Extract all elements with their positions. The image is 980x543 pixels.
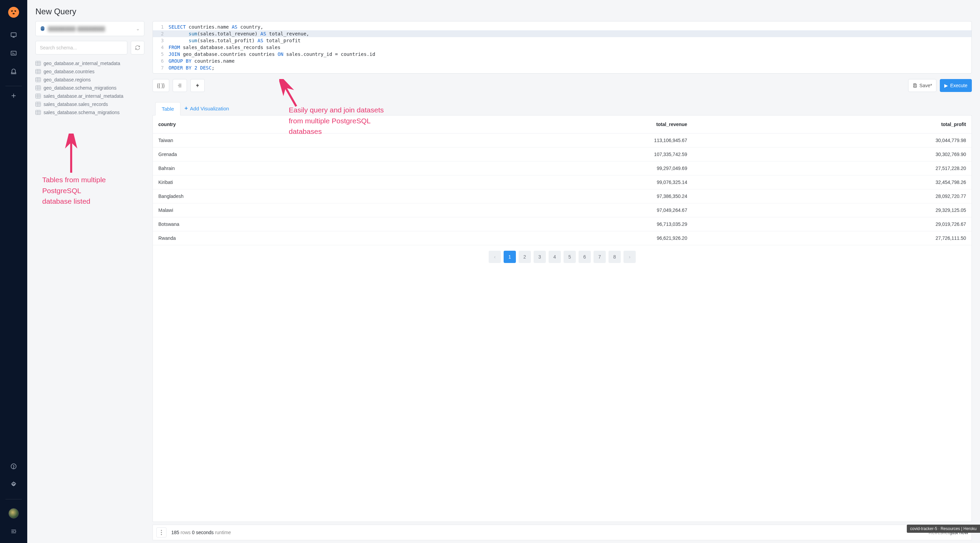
page-button[interactable]: 4 — [549, 251, 561, 263]
table-row[interactable]: Bahrain99,297,049.6927,517,228.20 — [153, 161, 972, 175]
svg-rect-37 — [36, 86, 41, 90]
queries-icon[interactable] — [7, 46, 21, 60]
page-button[interactable]: 6 — [579, 251, 591, 263]
code-line: 5JOIN geo_database.countries countries O… — [153, 51, 972, 57]
page-button[interactable]: 8 — [608, 251, 621, 263]
schema-table-item[interactable]: sales_database.schema_migrations — [35, 108, 145, 116]
cell: Taiwan — [153, 134, 396, 148]
cell: 30,302,769.90 — [693, 148, 972, 161]
save-button[interactable]: Save* — [908, 79, 936, 92]
code-line: 1SELECT countries.name AS country, — [153, 24, 972, 30]
table-row[interactable]: Grenada107,335,742.5930,302,769.90 — [153, 148, 972, 161]
add-visualization-button[interactable]: + Add Visualization — [180, 102, 233, 115]
cell: 32,454,798.26 — [693, 175, 972, 189]
table-row[interactable]: Malawi97,049,264.6729,329,125.05 — [153, 203, 972, 217]
pagination: ‹12345678› — [153, 245, 972, 268]
execute-button[interactable]: ▶ Execute — [940, 79, 972, 92]
settings-gear-icon[interactable] — [7, 478, 21, 492]
datasource-name: ████████ ████████ — [48, 26, 105, 31]
svg-rect-42 — [36, 94, 41, 99]
schema-table-item[interactable]: geo_database.ar_internal_metadata — [35, 59, 145, 67]
svg-rect-52 — [36, 110, 41, 115]
column-header[interactable]: country — [153, 115, 396, 134]
schema-table-list: geo_database.ar_internal_metadatageo_dat… — [35, 59, 145, 116]
page-button[interactable]: 5 — [563, 251, 576, 263]
page-button[interactable]: 7 — [593, 251, 606, 263]
svg-point-0 — [8, 7, 19, 18]
svg-point-5 — [14, 8, 18, 11]
cell: Rwanda — [153, 231, 396, 245]
lightning-icon — [195, 83, 200, 88]
cell: 113,106,945.67 — [396, 134, 693, 148]
schema-table-item[interactable]: geo_database.regions — [35, 76, 145, 84]
page-next-button[interactable]: › — [624, 251, 636, 263]
page-button[interactable]: 2 — [519, 251, 531, 263]
page-button[interactable]: 1 — [504, 251, 516, 263]
result-tabs: Table + Add Visualization — [153, 102, 972, 115]
sql-editor[interactable]: 1SELECT countries.name AS country,2 sum(… — [153, 21, 972, 73]
svg-rect-47 — [36, 102, 41, 107]
code-line: 3 sum(sales.total_profit) AS total_profi… — [153, 37, 972, 44]
cell: Botswana — [153, 217, 396, 231]
table-row[interactable]: Kiribati99,076,325.1432,454,798.26 — [153, 175, 972, 189]
cell: 97,049,264.67 — [396, 203, 693, 217]
schema-table-name: geo_database.countries — [44, 69, 94, 74]
autocomplete-button[interactable] — [190, 79, 205, 92]
cell: 107,335,742.59 — [396, 148, 693, 161]
schema-table-item[interactable]: sales_database.sales_records — [35, 100, 145, 108]
app-logo[interactable] — [8, 6, 20, 18]
alerts-icon[interactable] — [7, 65, 21, 78]
table-row[interactable]: Rwanda96,621,926.2027,726,111.50 — [153, 231, 972, 245]
svg-rect-63 — [914, 84, 916, 85]
format-query-button[interactable] — [173, 79, 187, 92]
postgres-icon — [40, 26, 45, 31]
cell: 99,297,049.69 — [396, 161, 693, 175]
schema-search-input[interactable] — [35, 41, 127, 54]
code-line: 6GROUP BY countries.name — [153, 57, 972, 64]
cell: 96,713,035.29 — [396, 217, 693, 231]
cell: Grenada — [153, 148, 396, 161]
schema-panel: ████████ ████████ ⌄ geo_database.ar_inte… — [35, 21, 145, 540]
code-line: 7ORDER BY 2 DESC; — [153, 64, 972, 71]
table-row[interactable]: Taiwan113,106,945.6730,044,779.98 — [153, 134, 972, 148]
svg-marker-62 — [196, 83, 199, 88]
query-options-button[interactable] — [156, 527, 167, 538]
svg-point-65 — [161, 530, 162, 531]
page-prev-button[interactable]: ‹ — [488, 251, 501, 263]
parameters-button[interactable]: {{ }} — [153, 79, 169, 92]
column-header[interactable]: total_revenue — [396, 115, 693, 134]
heroku-badge[interactable]: covid-tracker-5 · Resources | Heroku — [907, 525, 980, 533]
schema-table-item[interactable]: sales_database.ar_internal_metadata — [35, 92, 145, 100]
schema-table-name: sales_database.sales_records — [44, 102, 108, 107]
collapse-nav-icon[interactable] — [7, 525, 21, 538]
schema-table-name: geo_database.regions — [44, 77, 91, 83]
help-icon[interactable] — [7, 460, 21, 473]
svg-point-66 — [161, 532, 162, 533]
dashboards-icon[interactable] — [7, 28, 21, 41]
table-row[interactable]: Bangladesh97,386,350.2428,092,720.77 — [153, 189, 972, 203]
datasource-selector[interactable]: ████████ ████████ ⌄ — [35, 21, 145, 36]
cell: 27,517,228.20 — [693, 161, 972, 175]
cell: 29,329,125.05 — [693, 203, 972, 217]
cell: 30,044,779.98 — [693, 134, 972, 148]
annotation-arrow-icon — [63, 134, 80, 174]
runtime-value: 0 seconds — [192, 530, 214, 535]
user-avatar[interactable] — [8, 508, 19, 519]
cell: 27,726,111.50 — [693, 231, 972, 245]
cell: 97,386,350.24 — [396, 189, 693, 203]
svg-rect-32 — [36, 78, 41, 82]
page-button[interactable]: 3 — [534, 251, 546, 263]
schema-table-item[interactable]: geo_database.countries — [35, 67, 145, 76]
column-header[interactable]: total_profit — [693, 115, 972, 134]
cell: Bahrain — [153, 161, 396, 175]
cell: Kiribati — [153, 175, 396, 189]
tab-table[interactable]: Table — [155, 102, 180, 115]
schema-table-item[interactable]: geo_database.schema_migrations — [35, 84, 145, 92]
plus-icon: + — [185, 105, 188, 112]
refresh-schema-button[interactable] — [131, 41, 145, 54]
schema-table-name: sales_database.schema_migrations — [44, 110, 119, 115]
svg-point-67 — [161, 534, 162, 535]
table-row[interactable]: Botswana96,713,035.2929,019,726.67 — [153, 217, 972, 231]
create-icon[interactable] — [7, 89, 21, 102]
schema-table-name: sales_database.ar_internal_metadata — [44, 93, 123, 99]
